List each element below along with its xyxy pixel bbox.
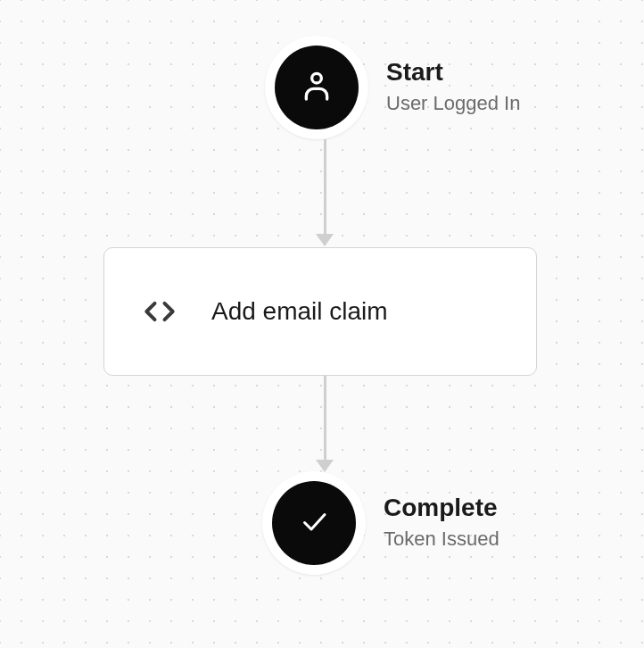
flow-canvas: Start User Logged In Add email claim bbox=[0, 0, 644, 648]
svg-point-0 bbox=[312, 73, 322, 83]
start-subtitle: User Logged In bbox=[386, 92, 520, 115]
complete-labels: Complete Token Issued bbox=[384, 494, 500, 551]
start-circle bbox=[265, 36, 368, 139]
user-icon bbox=[299, 68, 334, 107]
arrow-start-to-action bbox=[316, 139, 334, 246]
action-node[interactable]: Add email claim bbox=[103, 247, 537, 376]
arrow-action-to-complete bbox=[316, 376, 334, 472]
check-icon bbox=[298, 505, 330, 541]
complete-subtitle: Token Issued bbox=[384, 528, 500, 551]
complete-title: Complete bbox=[384, 494, 500, 522]
code-icon bbox=[140, 292, 179, 331]
complete-circle-inner bbox=[272, 481, 356, 565]
start-title: Start bbox=[386, 59, 520, 87]
start-labels: Start User Logged In bbox=[386, 59, 520, 115]
start-node[interactable]: Start User Logged In bbox=[265, 36, 520, 139]
start-circle-inner bbox=[275, 46, 359, 129]
complete-node[interactable]: Complete Token Issued bbox=[262, 471, 500, 575]
action-label: Add email claim bbox=[211, 297, 388, 326]
complete-circle bbox=[262, 471, 366, 575]
